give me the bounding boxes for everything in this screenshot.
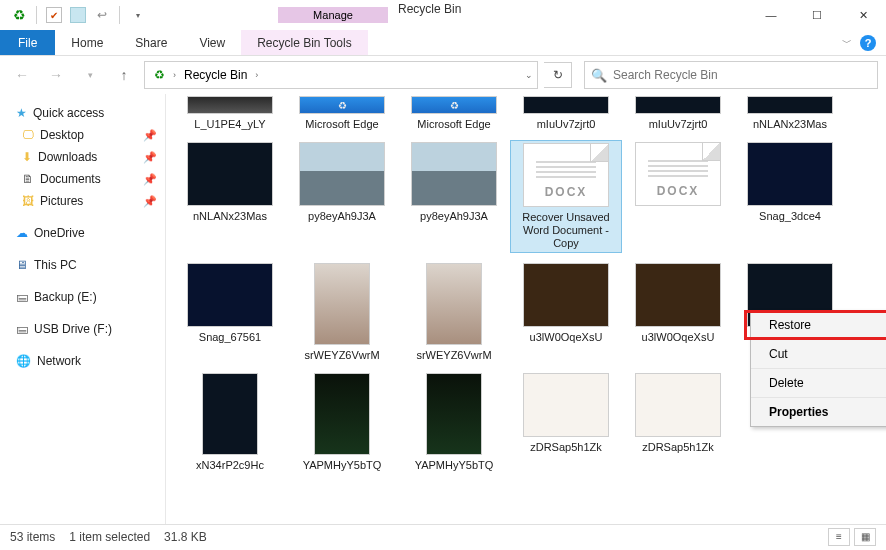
sidebar-label: USB Drive (F:) (34, 322, 112, 336)
file-item[interactable]: mIuUv7zjrt0 (510, 94, 622, 132)
tab-view[interactable]: View (183, 30, 241, 55)
sidebar-item-desktop[interactable]: 🖵 Desktop 📌 (0, 124, 165, 146)
window-controls: — ☐ ✕ (748, 0, 886, 30)
qat-customize-button[interactable] (126, 4, 148, 26)
file-thumbnail (426, 373, 482, 455)
address-path[interactable]: Recycle Bin (180, 68, 251, 82)
file-item[interactable]: nNLANx23Mas (734, 94, 846, 132)
file-thumbnail (187, 263, 273, 327)
drive-icon: 🖴 (16, 322, 28, 336)
context-menu-delete[interactable]: Delete (751, 369, 886, 398)
file-thumbnail: ♻ (411, 96, 497, 114)
context-menu-cut[interactable]: Cut (751, 340, 886, 369)
file-item[interactable]: xN34rP2c9Hc (174, 371, 286, 473)
file-item[interactable]: mIuUv7zjrt0 (622, 94, 734, 132)
up-button[interactable]: ↑ (110, 61, 138, 89)
star-icon: ★ (16, 106, 27, 120)
file-item[interactable]: zDRSap5h1Zk (510, 371, 622, 473)
file-item[interactable]: zDRSap5h1Zk (622, 371, 734, 473)
address-history-button[interactable]: ⌄ (525, 70, 533, 80)
pin-icon: 📌 (143, 129, 157, 142)
file-label: u3lW0OqeXsU (642, 331, 715, 343)
recent-locations-button[interactable]: ▾ (76, 61, 104, 89)
ribbon: File Home Share View Recycle Bin Tools ﹀… (0, 30, 886, 56)
desktop-icon: 🖵 (22, 128, 34, 142)
file-item[interactable]: srWEYZ6VwrM (398, 261, 510, 363)
window-title: Recycle Bin (398, 2, 461, 16)
maximize-button[interactable]: ☐ (794, 0, 840, 30)
sidebar-item-quick-access[interactable]: ★ Quick access (0, 102, 165, 124)
sidebar-label: Downloads (38, 150, 97, 164)
file-item[interactable]: DOCX (622, 140, 734, 253)
file-label: mIuUv7zjrt0 (537, 118, 596, 130)
file-tab[interactable]: File (0, 30, 55, 55)
file-item[interactable]: srWEYZ6VwrM (286, 261, 398, 363)
download-icon: ⬇ (22, 150, 32, 164)
details-view-button[interactable]: ≡ (828, 528, 850, 546)
icons-view-button[interactable]: ▦ (854, 528, 876, 546)
sidebar-item-downloads[interactable]: ⬇ Downloads 📌 (0, 146, 165, 168)
file-item[interactable]: ♻Microsoft Edge (286, 94, 398, 132)
chevron-right-icon[interactable]: › (169, 70, 180, 80)
search-box[interactable]: 🔍 (584, 61, 878, 89)
title-bar: ♻ ✔ ↩ Manage Recycle Bin — ☐ ✕ (0, 0, 886, 30)
contextual-tab-header: Manage (278, 7, 388, 23)
file-thumbnail (523, 263, 609, 327)
close-button[interactable]: ✕ (840, 0, 886, 30)
file-item[interactable]: ♻Microsoft Edge (398, 94, 510, 132)
address-bar[interactable]: ♻ › Recycle Bin › ⌄ (144, 61, 538, 89)
tab-home[interactable]: Home (55, 30, 119, 55)
qat-properties-button[interactable]: ✔ (43, 4, 65, 26)
file-item[interactable]: nNLANx23Mas (174, 140, 286, 253)
file-thumbnail: ♻ (299, 96, 385, 114)
context-menu-restore[interactable]: Restore (751, 311, 886, 340)
sidebar-item-pictures[interactable]: 🖼 Pictures 📌 (0, 190, 165, 212)
sidebar-item-documents[interactable]: 🗎 Documents 📌 (0, 168, 165, 190)
file-item[interactable]: u3lW0OqeXsU (622, 261, 734, 363)
file-item[interactable]: DOCXRecover Unsaved Word Document - Copy (510, 140, 622, 253)
file-label: Microsoft Edge (417, 118, 490, 130)
file-item[interactable]: Snag_3dce4 (734, 140, 846, 253)
forward-button[interactable]: → (42, 61, 70, 89)
file-label: zDRSap5h1Zk (530, 441, 602, 453)
chevron-right-icon[interactable]: › (251, 70, 262, 80)
back-button[interactable]: ← (8, 61, 36, 89)
sidebar-item-this-pc[interactable]: 🖥 This PC (0, 254, 165, 276)
file-thumbnail (187, 96, 273, 114)
file-item[interactable]: u3lW0OqeXsU (510, 261, 622, 363)
file-label: YAPMHyY5bTQ (415, 459, 494, 471)
qat-undo-button[interactable]: ↩ (91, 4, 113, 26)
search-input[interactable] (607, 68, 871, 82)
file-thumbnail (635, 373, 721, 437)
sidebar-item-onedrive[interactable]: ☁ OneDrive (0, 222, 165, 244)
file-item[interactable]: YAPMHyY5bTQ (286, 371, 398, 473)
file-item[interactable]: py8eyAh9J3A (398, 140, 510, 253)
file-item[interactable]: py8eyAh9J3A (286, 140, 398, 253)
file-label: u3lW0OqeXsU (530, 331, 603, 343)
file-thumbnail (202, 373, 258, 455)
refresh-button[interactable]: ↻ (544, 62, 572, 88)
status-count: 53 items (10, 530, 55, 544)
file-item[interactable]: YAPMHyY5bTQ (398, 371, 510, 473)
recycle-bin-icon[interactable]: ♻ (8, 4, 30, 26)
search-icon: 🔍 (591, 68, 607, 83)
tab-recycle-bin-tools[interactable]: Recycle Bin Tools (241, 30, 368, 55)
sidebar-item-network[interactable]: 🌐 Network (0, 350, 165, 372)
file-item[interactable]: L_U1PE4_yLY (174, 94, 286, 132)
file-list-pane[interactable]: L_U1PE4_yLY♻Microsoft Edge♻Microsoft Edg… (166, 94, 886, 524)
file-label: mIuUv7zjrt0 (649, 118, 708, 130)
file-label: srWEYZ6VwrM (304, 349, 379, 361)
context-menu-properties[interactable]: Properties (751, 398, 886, 426)
file-label: py8eyAh9J3A (308, 210, 376, 222)
help-icon[interactable]: ? (860, 35, 876, 51)
sidebar-item-backup-drive[interactable]: 🖴 Backup (E:) (0, 286, 165, 308)
file-item[interactable]: Snag_67561 (174, 261, 286, 363)
minimize-button[interactable]: — (748, 0, 794, 30)
file-label: YAPMHyY5bTQ (303, 459, 382, 471)
file-label: nNLANx23Mas (753, 118, 827, 130)
tab-share[interactable]: Share (119, 30, 183, 55)
pin-icon: 📌 (143, 151, 157, 164)
ribbon-collapse-button[interactable]: ﹀ (842, 36, 852, 50)
qat-newfolder-button[interactable] (67, 4, 89, 26)
sidebar-item-usb-drive[interactable]: 🖴 USB Drive (F:) (0, 318, 165, 340)
